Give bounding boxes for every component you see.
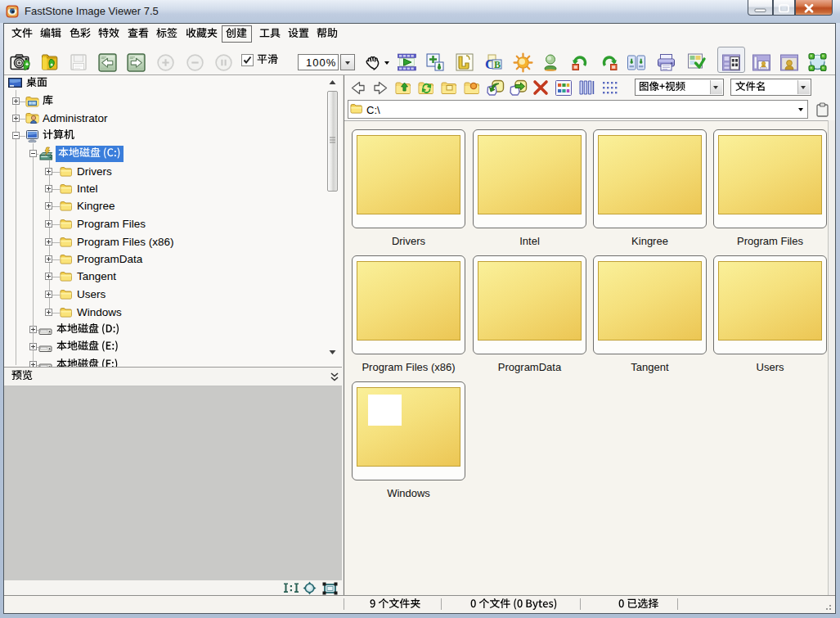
svg-text:B: B: [494, 59, 501, 70]
